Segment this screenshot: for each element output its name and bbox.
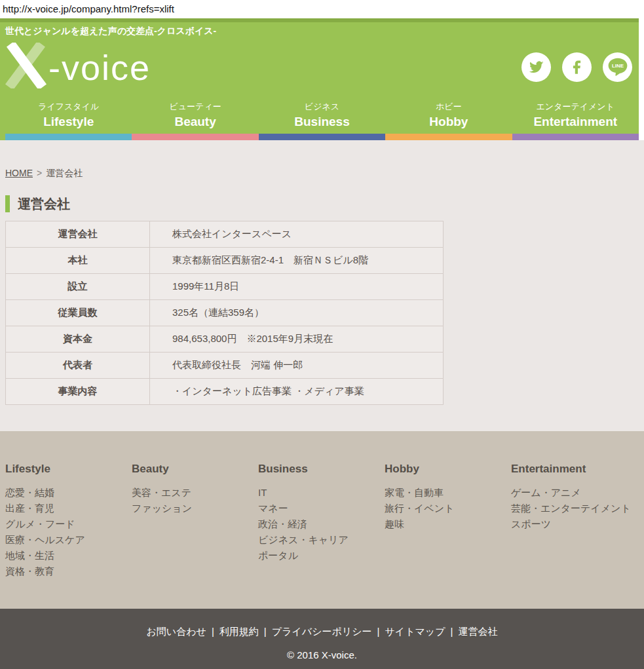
- footer-link[interactable]: 出産・育児: [5, 501, 132, 516]
- footer-link-separator: |: [264, 626, 267, 637]
- footer-link-contact[interactable]: お問い合わせ: [147, 626, 206, 637]
- footer-col-hobby: Hobby 家電・自動車 旅行・イベント 趣味: [385, 463, 511, 609]
- browser-url-text: http://x-voice.jp/company.html?refs=xlif…: [0, 0, 644, 18]
- nav-color-bars: [5, 134, 639, 140]
- footer-link-privacy[interactable]: プライバシーポリシー: [272, 626, 372, 637]
- footer-col-title: Beauty: [132, 463, 258, 476]
- footer-col-business: Business IT マネー 政治・経済 ビジネス・キャリア ポータル: [258, 463, 385, 609]
- footer-link-separator: |: [377, 626, 380, 637]
- footer-link[interactable]: 家電・自動車: [385, 485, 511, 501]
- table-row: 本社 東京都新宿区西新宿2-4-1 新宿ＮＳビル8階: [6, 248, 444, 274]
- footer-link[interactable]: ビジネス・キャリア: [258, 532, 385, 548]
- site-tagline: 世代とジャンルを超えた声の交差点-クロスボイス-: [0, 22, 639, 41]
- line-icon[interactable]: LINE: [603, 52, 632, 82]
- table-row: 運営会社 株式会社インタースペース: [6, 221, 444, 248]
- footer-link[interactable]: 美容・エステ: [132, 485, 258, 501]
- footer-link-company[interactable]: 運営会社: [458, 626, 497, 637]
- site-header: 世代とジャンルを超えた声の交差点-クロスボイス- -voice: [0, 18, 639, 140]
- footer-col-title: Lifestyle: [5, 463, 132, 476]
- row-value: 1999年11月8日: [150, 274, 444, 300]
- row-label: 従業員数: [6, 300, 150, 326]
- row-value: 325名（連結359名）: [150, 300, 444, 326]
- footer-link-separator: |: [212, 626, 214, 637]
- footer-link[interactable]: 芸能・エンターテイメント: [511, 501, 637, 516]
- footer-link-terms[interactable]: 利用規約: [219, 626, 259, 637]
- nav-item-hobby[interactable]: ホビー Hobby: [385, 101, 512, 129]
- row-value: ・インターネット広告事業 ・メディア事業: [150, 379, 444, 405]
- row-label: 運営会社: [6, 221, 150, 248]
- nav-label-jp: ビジネス: [259, 101, 385, 113]
- nav-label-en: Lifestyle: [5, 115, 132, 129]
- footer-link[interactable]: ファッション: [132, 501, 258, 516]
- footer-link[interactable]: スポーツ: [511, 516, 637, 532]
- footer-col-title: Entertainment: [511, 463, 637, 476]
- nav-underline-hobby: [385, 134, 512, 140]
- nav-label-jp: ライフスタイル: [5, 101, 132, 113]
- page-title: 運営会社: [5, 195, 644, 212]
- facebook-icon[interactable]: [562, 52, 592, 82]
- table-row: 従業員数 325名（連結359名）: [6, 300, 444, 326]
- row-label: 資本金: [6, 326, 150, 353]
- company-info-table: 運営会社 株式会社インタースペース 本社 東京都新宿区西新宿2-4-1 新宿ＮＳ…: [5, 221, 444, 405]
- footer-link[interactable]: ゲーム・アニメ: [511, 485, 637, 501]
- nav-label-en: Beauty: [132, 115, 258, 129]
- row-value: 東京都新宿区西新宿2-4-1 新宿ＮＳビル8階: [150, 248, 444, 274]
- footer-link[interactable]: 旅行・イベント: [385, 501, 511, 516]
- nav-item-entertainment[interactable]: エンターテイメント Entertainment: [512, 101, 639, 129]
- footer-link-sitemap[interactable]: サイトマップ: [385, 626, 445, 637]
- copyright-text: © 2016 X-voice.: [0, 649, 644, 660]
- footer-link[interactable]: ポータル: [258, 548, 385, 564]
- nav-underline-lifestyle: [5, 134, 132, 140]
- footer-categories: Lifestyle 恋愛・結婚 出産・育児 グルメ・フード 医療・ヘルスケア 地…: [0, 431, 644, 609]
- row-value: 代表取締役社長 河端 伸一郎: [150, 353, 444, 379]
- nav-label-en: Entertainment: [512, 115, 639, 129]
- svg-text:-voice: -voice: [48, 48, 151, 87]
- row-value: 984,653,800円 ※2015年9月末現在: [150, 326, 444, 353]
- table-row: 事業内容 ・インターネット広告事業 ・メディア事業: [6, 379, 444, 405]
- footer-link-separator: |: [451, 626, 453, 637]
- footer-bottom: お問い合わせ|利用規約|プライバシーポリシー|サイトマップ|運営会社 © 201…: [0, 609, 644, 669]
- main-nav: ライフスタイル Lifestyle ビューティー Beauty ビジネス Bus…: [0, 93, 639, 134]
- footer-link[interactable]: 医療・ヘルスケア: [5, 532, 132, 548]
- footer-link[interactable]: IT: [258, 485, 385, 501]
- footer-link[interactable]: マネー: [258, 501, 385, 516]
- footer-col-entertainment: Entertainment ゲーム・アニメ 芸能・エンターテイメント スポーツ: [511, 463, 637, 609]
- row-label: 本社: [6, 248, 150, 274]
- nav-item-lifestyle[interactable]: ライフスタイル Lifestyle: [5, 101, 132, 129]
- breadcrumb-home-link[interactable]: HOME: [5, 168, 33, 178]
- row-value: 株式会社インタースペース: [150, 221, 444, 248]
- footer-col-title: Business: [258, 463, 385, 476]
- footer-bottom-links: お問い合わせ|利用規約|プライバシーポリシー|サイトマップ|運営会社: [0, 626, 644, 638]
- table-row: 設立 1999年11月8日: [6, 274, 444, 300]
- site-logo[interactable]: -voice: [5, 43, 151, 91]
- row-label: 代表者: [6, 353, 150, 379]
- row-label: 設立: [6, 274, 150, 300]
- nav-label-en: Business: [259, 115, 385, 129]
- footer-link[interactable]: グルメ・フード: [5, 516, 132, 532]
- social-links: LINE: [521, 52, 632, 82]
- nav-label-jp: ホビー: [385, 101, 512, 113]
- footer-col-lifestyle: Lifestyle 恋愛・結婚 出産・育児 グルメ・フード 医療・ヘルスケア 地…: [5, 463, 132, 609]
- footer-link[interactable]: 政治・経済: [258, 516, 385, 532]
- nav-label-jp: ビューティー: [132, 101, 258, 113]
- main-content: HOME>運営会社 運営会社 運営会社 株式会社インタースペース 本社 東京都新…: [0, 140, 644, 431]
- footer-link[interactable]: 趣味: [385, 516, 511, 532]
- footer-link[interactable]: 資格・教育: [5, 564, 132, 579]
- footer-col-beauty: Beauty 美容・エステ ファッション: [132, 463, 258, 609]
- nav-underline-entertainment: [512, 134, 639, 140]
- table-row: 資本金 984,653,800円 ※2015年9月末現在: [6, 326, 444, 353]
- footer-link[interactable]: 恋愛・結婚: [5, 485, 132, 501]
- nav-underline-business: [259, 134, 385, 140]
- table-row: 代表者 代表取締役社長 河端 伸一郎: [6, 353, 444, 379]
- footer-link[interactable]: 地域・生活: [5, 548, 132, 564]
- footer-col-title: Hobby: [385, 463, 511, 476]
- nav-underline-beauty: [132, 134, 258, 140]
- breadcrumb-separator: >: [37, 168, 42, 178]
- twitter-icon[interactable]: [521, 52, 551, 82]
- line-badge-text: LINE: [611, 63, 623, 69]
- nav-item-business[interactable]: ビジネス Business: [259, 101, 385, 129]
- row-label: 事業内容: [6, 379, 150, 405]
- nav-item-beauty[interactable]: ビューティー Beauty: [132, 101, 258, 129]
- breadcrumb-current: 運営会社: [46, 168, 83, 178]
- nav-label-en: Hobby: [385, 115, 512, 129]
